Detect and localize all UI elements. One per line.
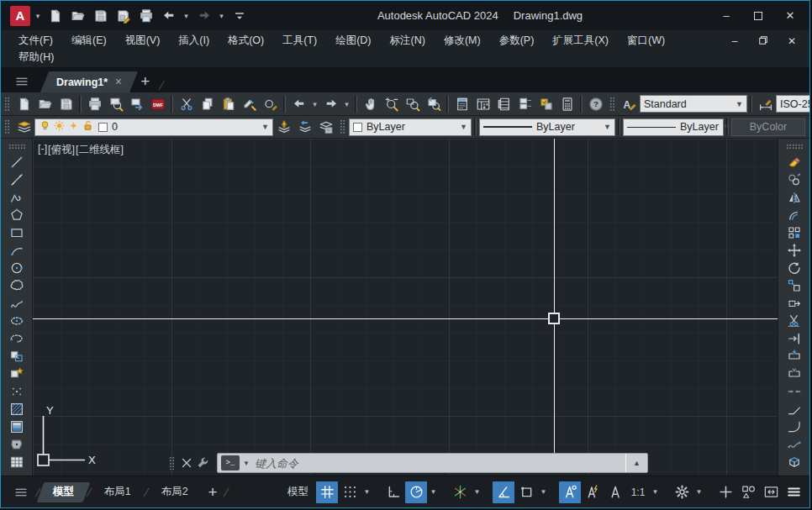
close-button[interactable]: ✕ — [774, 3, 806, 29]
clean-screen-button[interactable] — [760, 481, 782, 503]
toolbar-grip-handle[interactable] — [4, 97, 10, 112]
object-snap-dropdown-button[interactable]: ▼ — [538, 481, 549, 503]
app-menu-button[interactable]: A — [9, 5, 31, 27]
new-tab-button[interactable]: + — [134, 71, 156, 92]
dim-style-button[interactable] — [755, 94, 776, 114]
arc-button[interactable] — [6, 241, 27, 259]
isometric-drafting-button[interactable] — [449, 481, 471, 503]
polar-tracking-button[interactable] — [405, 481, 427, 503]
toolbar-grip-handle[interactable] — [340, 119, 345, 134]
paste-button[interactable] — [218, 94, 239, 114]
new-layout-button[interactable]: + — [202, 481, 224, 503]
cut-button[interactable] — [176, 94, 197, 114]
zoom-window-button[interactable] — [402, 94, 423, 114]
layer-on-bulb-icon[interactable] — [39, 119, 51, 134]
command-bar[interactable]: >_ ▼ ▲ — [217, 453, 648, 473]
erase-button[interactable] — [783, 153, 804, 171]
layer-vp-freeze-icon[interactable] — [67, 119, 80, 134]
ellipse-arc-button[interactable] — [6, 329, 27, 347]
osnap-tracking-button[interactable] — [493, 481, 514, 503]
layer-previous-button[interactable] — [294, 117, 315, 137]
revision-cloud-button[interactable] — [6, 276, 27, 294]
quickcalc-button[interactable] — [556, 94, 577, 114]
layer-properties-button[interactable] — [13, 117, 34, 137]
layer-states-button[interactable] — [315, 117, 336, 137]
menu-item-2[interactable]: 编辑(E) — [62, 32, 116, 49]
layout-tab-model[interactable]: 模型 — [40, 482, 87, 502]
polyline-button[interactable] — [6, 188, 27, 206]
undo-button[interactable] — [158, 6, 179, 26]
open-button[interactable] — [34, 94, 55, 114]
copy-button[interactable] — [197, 94, 218, 114]
undo-button[interactable] — [288, 94, 309, 114]
snap-mode-dropdown-button[interactable]: ▼ — [361, 481, 372, 503]
dropdown-caret-button[interactable]: ▾ — [341, 94, 352, 114]
annotation-autoscale-button[interactable] — [582, 481, 604, 503]
offset-button[interactable] — [783, 206, 804, 223]
plot-preview-button[interactable] — [105, 94, 126, 114]
designcenter-button[interactable] — [472, 94, 493, 114]
command-grip-handle[interactable] — [169, 456, 175, 470]
construction-line-button[interactable] — [6, 171, 27, 188]
sheetset-manager-button[interactable] — [514, 94, 535, 114]
chevron-down-icon[interactable]: ▼ — [261, 123, 269, 131]
fillet-button[interactable] — [783, 418, 804, 435]
doc-restore-button[interactable] — [754, 34, 772, 49]
gradient-button[interactable] — [6, 418, 27, 435]
new-button[interactable] — [45, 6, 66, 26]
layout-tab-layout1[interactable]: 布局1 — [92, 482, 144, 502]
maximize-button[interactable] — [742, 3, 774, 29]
selection-filtering-button[interactable] — [737, 481, 759, 503]
doc-minimize-button[interactable]: – — [725, 34, 744, 49]
menu-item-12[interactable]: 窗口(W) — [618, 32, 674, 49]
file-tab-close-icon[interactable]: ✕ — [114, 76, 122, 87]
toolbar-grip-handle[interactable] — [4, 119, 10, 134]
new-button[interactable] — [13, 94, 34, 114]
qat-customize-button[interactable] — [229, 6, 250, 26]
menu-item-help[interactable]: 帮助(H) — [9, 49, 63, 66]
polygon-button[interactable] — [6, 206, 27, 223]
minimize-button[interactable]: – — [710, 3, 742, 29]
markup-manager-button[interactable] — [535, 94, 556, 114]
circle-button[interactable] — [6, 259, 27, 276]
layer-thaw-sun-icon[interactable] — [53, 119, 66, 134]
rectangle-button[interactable] — [6, 223, 27, 241]
linetype-combo[interactable]: ByLayer ▼ — [479, 118, 615, 136]
table-button[interactable] — [6, 453, 27, 471]
properties-button[interactable] — [451, 94, 472, 114]
rotate-button[interactable] — [783, 259, 804, 276]
explode-button[interactable] — [783, 453, 804, 471]
scale-label-button[interactable]: 1:1 — [627, 481, 649, 503]
command-prompt-caret-icon[interactable]: ▼ — [240, 460, 253, 467]
extend-button[interactable] — [783, 329, 804, 347]
annotation-monitor-button[interactable] — [714, 481, 736, 503]
break-button[interactable] — [783, 365, 804, 382]
toolbar-grip-handle[interactable] — [609, 97, 615, 112]
break-at-point-button[interactable] — [783, 347, 804, 365]
menu-item-3[interactable]: 视图(V) — [116, 32, 170, 49]
model-space-toggle-button[interactable]: 模型 — [281, 481, 315, 503]
dwf-button[interactable]: DWF — [147, 94, 168, 114]
tool-palettes-button[interactable] — [493, 94, 514, 114]
pan-button[interactable] — [360, 94, 381, 114]
trim-button[interactable] — [783, 312, 804, 329]
redo-dim-button[interactable] — [193, 6, 214, 26]
isometric-drafting-dropdown-button[interactable]: ▼ — [472, 481, 482, 503]
app-menu-caret-icon[interactable]: ▾ — [33, 12, 43, 20]
line-button[interactable] — [6, 153, 27, 171]
create-block-button[interactable] — [6, 365, 27, 382]
menu-item-10[interactable]: 参数(P) — [490, 32, 544, 49]
polar-tracking-dropdown-button[interactable]: ▼ — [428, 481, 439, 503]
file-tab-menu-button[interactable] — [8, 71, 36, 92]
open-button[interactable] — [67, 6, 88, 26]
menu-item-5[interactable]: 格式(O) — [219, 32, 273, 49]
insert-block-button[interactable] — [6, 347, 27, 365]
workspace-gear-dropdown-button[interactable]: ▼ — [693, 481, 704, 503]
ortho-mode-button[interactable] — [382, 481, 404, 503]
plot-button[interactable] — [135, 6, 156, 26]
workspace-gear-button[interactable] — [671, 481, 693, 503]
chamfer-button[interactable] — [783, 400, 804, 418]
block-editor-button[interactable] — [260, 94, 281, 114]
menu-item-11[interactable]: 扩展工具(X) — [543, 32, 618, 49]
object-color-combo[interactable]: ByLayer ▼ — [349, 118, 472, 136]
